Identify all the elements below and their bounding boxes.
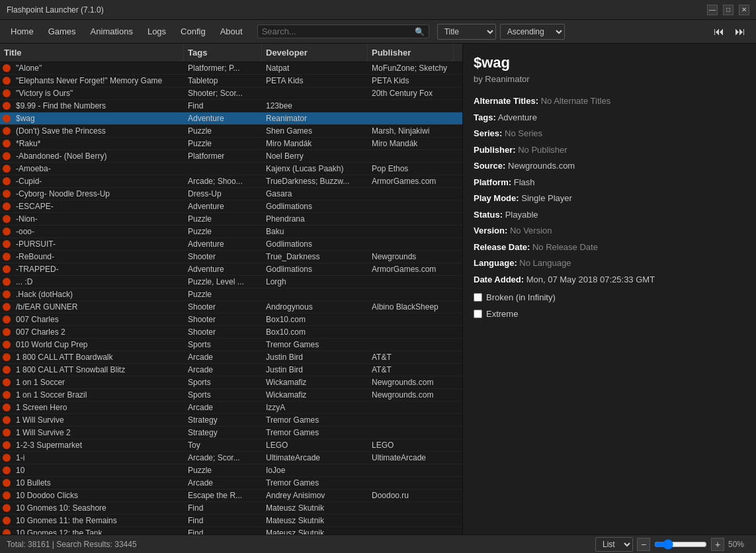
view-select[interactable]: List Grid	[595, 537, 633, 552]
detail-checkbox[interactable]	[474, 293, 482, 302]
table-row[interactable]: 1 Will Survive Strategy Tremor Games	[0, 414, 462, 427]
game-title-cell: -ESCAPE-	[13, 200, 185, 212]
game-developer-cell: UltimateArcade	[263, 452, 369, 464]
game-developer-cell	[263, 288, 369, 300]
game-tags-cell: Platformer; P...	[185, 62, 263, 74]
table-row[interactable]: 10 Gnomes 12: the Tank Find Mateusz Skut…	[0, 527, 462, 534]
detail-field-value: No Series	[505, 128, 542, 138]
menu-logs[interactable]: Logs	[141, 24, 173, 39]
game-title-cell: 1 800 CALL ATT Snowball Blitz	[13, 364, 185, 376]
game-tags-cell: Puzzle	[185, 213, 263, 225]
game-developer-cell: LEGO	[263, 439, 369, 451]
close-button[interactable]: ✕	[739, 5, 749, 15]
table-row[interactable]: -Abandoned- (Noel Berry) Platformer Noel…	[0, 150, 462, 163]
table-row[interactable]: $wag Adventure Reanimator	[0, 112, 462, 125]
game-tags-cell: Strategy	[185, 414, 263, 426]
zoom-out-button[interactable]: −	[637, 538, 650, 551]
game-tags-cell: Toy	[185, 439, 263, 451]
detail-author-name: Reanimator	[485, 74, 529, 84]
zoom-in-button[interactable]: +	[711, 538, 724, 551]
detail-author: by Reanimator	[474, 74, 745, 84]
col-header-title[interactable]: Title	[0, 44, 184, 62]
menu-about[interactable]: About	[214, 24, 249, 39]
detail-field-row: Release Date: No Release Date	[474, 241, 745, 254]
search-input[interactable]	[262, 26, 412, 36]
menu-animations[interactable]: Animations	[84, 24, 140, 39]
table-row[interactable]: -ESCAPE- Adventure Godlimations	[0, 200, 462, 213]
col-header-tags[interactable]: Tags	[184, 44, 262, 62]
table-row[interactable]: /b/EAR GUNNER Shooter Androgynous Albino…	[0, 301, 462, 314]
search-icon[interactable]: 🔍	[415, 27, 425, 36]
maximize-button[interactable]: □	[723, 5, 734, 15]
game-icon	[1, 377, 12, 388]
table-row[interactable]: 10 Doodoo Clicks Escape the R... Andrey …	[0, 489, 462, 502]
game-developer-cell: Mateusz Skutnik	[263, 527, 369, 534]
game-tags-cell: Tabletop	[185, 75, 263, 87]
game-icon	[1, 264, 12, 275]
table-row[interactable]: -Cupid- Arcade; Shoo... TrueDarkness; Bu…	[0, 175, 462, 188]
table-row[interactable]: 10 Gnomes 10: Seashore Find Mateusz Skut…	[0, 502, 462, 515]
menu-config[interactable]: Config	[174, 24, 212, 39]
table-row[interactable]: 10 Gnomes 11: the Remains Find Mateusz S…	[0, 515, 462, 527]
titlebar-title: Flashpoint Launcher (7.1.0)	[7, 5, 104, 15]
table-row[interactable]: 10 Puzzle IoJoe	[0, 464, 462, 477]
table-row[interactable]: 007 Charles Shooter Box10.com	[0, 314, 462, 326]
game-title-cell: -PURSUIT-	[13, 238, 185, 250]
detail-field-value: Adventure	[498, 112, 537, 122]
table-row[interactable]: -Nion- Puzzle Phendrana	[0, 213, 462, 226]
table-row[interactable]: 1 Screen Hero Arcade IzzyA	[0, 402, 462, 414]
game-publisher-cell: Albino BlackSheep	[369, 301, 455, 313]
table-row[interactable]: 1-2-3 Supermarket Toy LEGO LEGO	[0, 439, 462, 452]
sort-field-select[interactable]: Title Tags Developer Publisher	[437, 24, 496, 40]
detail-field-value: Flash	[514, 177, 535, 187]
game-list[interactable]: "Alone" Platformer; P... Natpat MoFunZon…	[0, 62, 462, 534]
table-row[interactable]: -Amoeba- Kajenx (Lucas Paakh) Pop Ethos	[0, 163, 462, 175]
game-publisher-cell	[369, 502, 455, 514]
table-row[interactable]: -ooo- Puzzle Baku	[0, 226, 462, 238]
table-row[interactable]: 10 Bullets Arcade Tremor Games	[0, 477, 462, 489]
detail-checkbox[interactable]	[474, 310, 482, 318]
table-row[interactable]: 1 Will Survive 2 Strategy Tremor Games	[0, 427, 462, 439]
game-icon	[1, 478, 12, 488]
game-publisher-cell	[369, 339, 455, 351]
menu-home[interactable]: Home	[4, 24, 40, 39]
minimize-button[interactable]: —	[707, 5, 718, 15]
col-header-publisher[interactable]: Publisher	[368, 44, 454, 62]
table-row[interactable]: (Don't) Save the Princess Puzzle Shen Ga…	[0, 125, 462, 138]
play-button[interactable]: ⏮	[711, 24, 727, 39]
table-row[interactable]: -TRAPPED- Adventure Godlimations ArmorGa…	[0, 263, 462, 276]
random-button[interactable]: ⏭	[732, 24, 748, 39]
table-row[interactable]: 1 800 CALL ATT Snowball Blitz Arcade Jus…	[0, 364, 462, 376]
table-row[interactable]: *Raku* Puzzle Miro Mandák Miro Mandák	[0, 138, 462, 150]
game-publisher-cell: ArmorGames.com	[369, 263, 455, 275]
col-header-developer[interactable]: Developer	[262, 44, 368, 62]
table-row[interactable]: 1 800 CALL ATT Boardwalk Arcade Justin B…	[0, 351, 462, 364]
game-developer-cell: Lorgh	[263, 276, 369, 288]
menu-games[interactable]: Games	[42, 24, 83, 39]
table-row[interactable]: 1 on 1 Soccer Brazil Sports Wickamafiz N…	[0, 389, 462, 402]
table-row[interactable]: ... :D Puzzle, Level ... Lorgh	[0, 276, 462, 288]
game-title-cell: -ReBound-	[13, 251, 185, 263]
table-row[interactable]: .Hack (dotHack) Puzzle	[0, 288, 462, 301]
game-publisher-cell	[369, 427, 455, 439]
zoom-slider[interactable]	[654, 539, 707, 550]
game-icon	[1, 251, 12, 262]
table-row[interactable]: "Victory is Ours" Shooter; Scor... 20th …	[0, 87, 462, 100]
sort-order-select[interactable]: Ascending Descending	[500, 24, 565, 40]
table-row[interactable]: -PURSUIT- Adventure Godlimations	[0, 238, 462, 251]
game-developer-cell: Wickamafiz	[263, 389, 369, 401]
table-row[interactable]: -Cyborg- Noodle Dress-Up Dress-Up Gasara	[0, 188, 462, 200]
game-title-cell: 10 Doodoo Clicks	[13, 489, 185, 501]
table-row[interactable]: "Alone" Platformer; P... Natpat MoFunZon…	[0, 62, 462, 75]
table-row[interactable]: "Elephants Never Forget!" Memory Game Ta…	[0, 75, 462, 87]
table-row[interactable]: 1 on 1 Soccer Sports Wickamafiz Newgroun…	[0, 376, 462, 389]
game-publisher-cell	[369, 150, 455, 162]
table-row[interactable]: 010 World Cup Prep Sports Tremor Games	[0, 339, 462, 351]
game-tags-cell: Arcade; Shoo...	[185, 175, 263, 187]
table-row[interactable]: -ReBound- Shooter True_Darkness Newgroun…	[0, 251, 462, 263]
table-row[interactable]: 1-i Arcade; Scor... UltimateArcade Ultim…	[0, 452, 462, 464]
table-row[interactable]: 007 Charles 2 Shooter Box10.com	[0, 326, 462, 339]
table-row[interactable]: $9.99 - Find the Numbers Find 123bee	[0, 100, 462, 112]
game-developer-cell: Reanimator	[263, 112, 369, 124]
game-developer-cell: Tremor Games	[263, 339, 369, 351]
